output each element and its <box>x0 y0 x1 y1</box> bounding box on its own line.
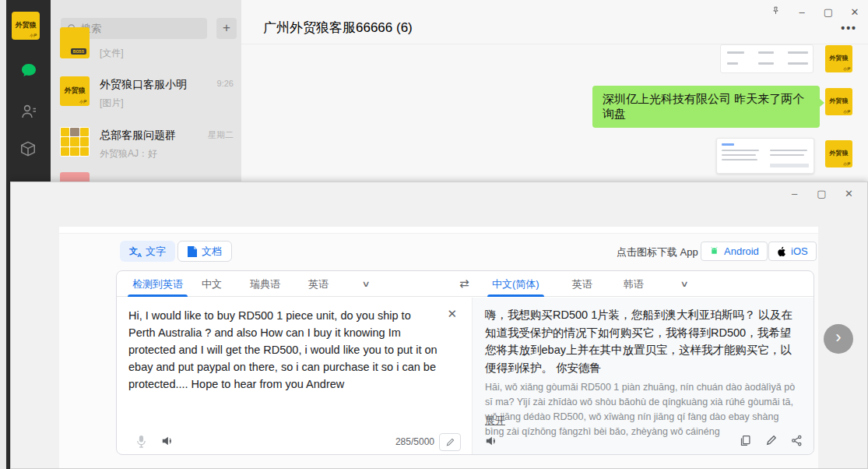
avatar: BOSS <box>60 27 90 58</box>
edit-source-button[interactable] <box>439 433 461 451</box>
maximize-button[interactable]: ▢ <box>815 6 842 18</box>
chat-preview: [文件] <box>100 47 124 60</box>
avatar-sublabel: 小尹 <box>30 33 37 37</box>
target-lang-chinese-simplified[interactable]: 中文(简体) <box>483 271 549 297</box>
button-label: iOS <box>791 245 808 257</box>
suggest-edit-icon[interactable] <box>766 435 777 449</box>
tab-document-mode[interactable]: 文档 <box>177 241 232 262</box>
android-icon <box>709 246 719 256</box>
translator-window: – ▢ ✕ 文 A 文字 文档 点击图标下载 App Android <box>10 182 868 469</box>
source-lang-detected[interactable]: 检测到英语 <box>123 271 192 297</box>
char-count: 285/5000 <box>395 436 434 447</box>
source-toolbar: 285/5000 <box>117 432 472 453</box>
listen-translation-icon[interactable] <box>485 435 497 450</box>
listen-source-icon[interactable] <box>161 435 174 450</box>
pencil-icon <box>446 438 455 446</box>
source-lang-english[interactable]: 英语 <box>299 271 338 297</box>
download-hint: 点击图标下载 App <box>617 245 698 259</box>
translate-icon: 文 A <box>129 246 141 257</box>
microphone-icon[interactable] <box>135 435 147 451</box>
translation-text: 嗨，我想购买RD500 1片装，您船到澳大利亚珀斯吗？ 以及在知道我受保护的情况… <box>485 306 796 376</box>
apple-icon <box>777 246 786 257</box>
minimize-button[interactable]: – <box>781 185 808 203</box>
group-avatar <box>60 127 90 157</box>
source-panel: Hi, I would like to buy RD500 1 piece un… <box>117 298 472 454</box>
document-icon <box>188 246 197 257</box>
message-bubble[interactable]: 深圳亿上光科技有限公司 昨天来了两个询盘 <box>592 86 820 128</box>
tab-text-mode[interactable]: 文 A 文字 <box>120 241 175 262</box>
avatar-label: 外贸狼 <box>12 20 40 30</box>
close-button[interactable]: ✕ <box>835 185 863 203</box>
pinyin-text: Hāi, wǒ xiǎng gòumǎi RD500 1 piàn zhuāng… <box>485 380 800 439</box>
list-item-partial[interactable] <box>51 172 241 182</box>
list-item-files[interactable]: BOSS [文件] <box>51 43 241 66</box>
minimize-button[interactable]: – <box>789 6 815 18</box>
close-button[interactable]: ✕ <box>842 6 868 18</box>
avatar-label: 外贸狼 <box>60 86 90 96</box>
share-icon[interactable] <box>791 435 803 450</box>
chat-title: 总部客服问题群 <box>100 129 176 143</box>
contacts-icon[interactable] <box>19 102 38 121</box>
avatar: 外贸狼 小尹 <box>825 140 852 168</box>
expand-link[interactable]: 展开 <box>485 414 505 428</box>
chat-preview: [图片] <box>100 97 124 110</box>
avatar-sublabel: 小尹 <box>843 109 851 114</box>
tab-label: 文字 <box>146 245 166 259</box>
message-text: 深圳亿上光科技有限公司 昨天来了两个询盘 <box>603 92 810 122</box>
chat-time: 星期二 <box>208 129 234 141</box>
window-controls: – ▢ ✕ <box>781 185 863 203</box>
avatar-sublabel: 小尹 <box>843 66 851 71</box>
copy-icon[interactable] <box>740 435 751 450</box>
avatar-label: 外贸狼 <box>825 97 852 105</box>
translate-card: 检测到英语 中文 瑞典语 英语 ∨ ⇄ 中文(简体) 英语 韩语 ∨ Hi, I… <box>116 270 814 455</box>
tab-label: 文档 <box>202 245 222 259</box>
window-controls: – ▢ ✕ <box>762 0 868 23</box>
add-chat-button[interactable]: + <box>216 18 237 39</box>
avatar: 外贸狼 小尹 <box>825 45 852 72</box>
chat-preview: 外贸狼AJ：好 <box>100 147 157 160</box>
chevron-down-icon[interactable]: ∨ <box>350 279 381 289</box>
chat-time: 9:26 <box>217 79 234 88</box>
next-button[interactable]: › <box>824 324 853 354</box>
source-lang-swedish[interactable]: 瑞典语 <box>241 271 290 297</box>
android-download-button[interactable]: Android <box>701 242 768 261</box>
ios-download-button[interactable]: iOS <box>768 242 817 261</box>
swap-languages-icon[interactable]: ⇄ <box>459 277 469 291</box>
avatar: 外贸狼 小尹 <box>60 76 90 106</box>
message-image[interactable] <box>720 44 814 73</box>
target-lang-korean[interactable]: 韩语 <box>614 271 653 297</box>
avatar-sublabel: 小尹 <box>843 161 851 166</box>
source-textarea[interactable]: Hi, I would like to buy RD500 1 piece un… <box>128 307 438 393</box>
packages-icon[interactable] <box>19 140 38 159</box>
list-item-group[interactable]: 总部客服问题群 星期二 外贸狼AJ：好 <box>51 125 241 173</box>
target-toolbar <box>473 432 814 453</box>
language-tabs: 检测到英语 中文 瑞典语 英语 ∨ ⇄ 中文(简体) 英语 韩语 ∨ <box>117 271 814 297</box>
maximize-button[interactable]: ▢ <box>808 185 835 203</box>
pin-icon[interactable] <box>762 5 789 18</box>
user-avatar[interactable]: 外贸狼 小尹 <box>12 12 40 40</box>
list-item-xiaoming[interactable]: 外贸狼 小尹 外贸狼口客服小明 9:26 [图片] <box>51 74 241 122</box>
avatar-sublabel: 小尹 <box>79 99 87 104</box>
avatar <box>60 172 90 182</box>
avatar: 外贸狼 小尹 <box>825 88 852 115</box>
message-image[interactable] <box>716 138 814 174</box>
avatar-label: 外贸狼 <box>825 149 852 157</box>
more-menu-button[interactable]: ••• <box>841 22 857 34</box>
chats-icon[interactable] <box>19 62 38 80</box>
button-label: Android <box>724 245 759 257</box>
page-title: 广州外贸狼客服66666 (6) <box>263 19 413 37</box>
chat-title: 外贸狼口客服小明 <box>100 78 187 92</box>
screen: 外贸狼 小尹 搜索 + BOSS [文件] <box>0 0 868 469</box>
source-lang-chinese[interactable]: 中文 <box>192 271 231 297</box>
avatar-badge: BOSS <box>71 48 86 55</box>
target-panel: 嗨，我想购买RD500 1片装，您船到澳大利亚珀斯吗？ 以及在知道我受保护的情况… <box>472 298 814 454</box>
translate-page: 文 A 文字 文档 点击图标下载 App Android iOS 检测到英语 <box>59 227 818 468</box>
target-lang-english[interactable]: 英语 <box>563 271 602 297</box>
clear-source-icon[interactable]: ✕ <box>447 307 457 321</box>
avatar-label: 外贸狼 <box>825 54 852 62</box>
chevron-down-icon[interactable]: ∨ <box>669 279 699 289</box>
